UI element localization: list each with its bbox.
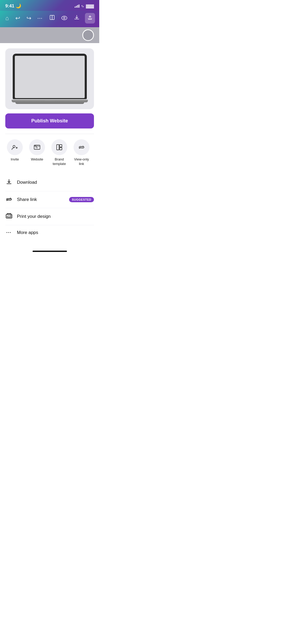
brand-template-label: Brandtemplate xyxy=(53,157,66,166)
redo-button[interactable]: ↪ xyxy=(25,14,32,23)
signal-icon xyxy=(75,4,79,8)
brand-template-icon-circle xyxy=(51,139,67,155)
invite-label: Invite xyxy=(11,157,19,162)
svg-point-4 xyxy=(13,145,15,148)
toolbar: ⌂ ↩ ↪ ••• xyxy=(0,11,99,27)
view-only-link-action[interactable]: View-onlylink xyxy=(72,139,91,166)
more-apps-label: More apps xyxy=(17,230,94,235)
laptop-base: MacBook Pro xyxy=(12,100,88,102)
share-link-icon xyxy=(5,196,13,203)
menu-list: Download Share link SUGGESTED xyxy=(5,174,94,240)
svg-point-2 xyxy=(62,16,67,20)
svg-point-7 xyxy=(35,145,36,146)
actions-row: Invite Website xyxy=(5,139,94,167)
svg-rect-8 xyxy=(57,145,59,150)
view-only-link-icon-circle xyxy=(74,139,89,155)
download-label: Download xyxy=(17,180,94,185)
download-menu-item[interactable]: Download xyxy=(5,174,94,191)
print-icon xyxy=(5,213,13,220)
laptop-screen-outer xyxy=(13,54,87,99)
status-bar: 9:41 🌙 ∿ ▓▓▓ xyxy=(0,0,99,11)
laptop-brand-label: MacBook Pro xyxy=(12,100,88,101)
share-link-label: Share link xyxy=(17,197,65,202)
publish-website-button[interactable]: Publish Website xyxy=(5,113,94,128)
battery-icon: ▓▓▓ xyxy=(86,4,94,8)
website-icon-circle xyxy=(29,139,45,155)
layers-button[interactable] xyxy=(48,13,56,23)
more-apps-menu-item[interactable]: ••• More apps xyxy=(5,225,94,240)
main-content: MacBook Pro Publish Website Invite xyxy=(0,43,99,248)
invite-icon-circle xyxy=(7,139,23,155)
svg-point-3 xyxy=(64,17,65,19)
print-menu-item[interactable]: Print your design xyxy=(5,208,94,225)
brand-template-action[interactable]: Brandtemplate xyxy=(50,139,69,166)
invite-action[interactable]: Invite xyxy=(5,139,24,166)
home-button[interactable]: ⌂ xyxy=(4,14,10,23)
section-divider xyxy=(5,134,94,134)
view-only-link-label: View-onlylink xyxy=(74,157,89,166)
preview-button[interactable] xyxy=(60,14,68,23)
download-button[interactable] xyxy=(73,13,81,23)
share-button[interactable] xyxy=(85,13,95,24)
laptop-illustration: MacBook Pro xyxy=(13,54,87,104)
wifi-icon: ∿ xyxy=(81,4,84,8)
svg-rect-10 xyxy=(60,148,62,150)
status-icons: ∿ ▓▓▓ xyxy=(75,4,94,8)
laptop-screen-inner xyxy=(15,56,85,98)
canvas-preview-area xyxy=(0,27,99,43)
svg-point-6 xyxy=(35,145,35,146)
home-indicator-bar xyxy=(33,251,67,252)
svg-rect-1 xyxy=(52,15,54,20)
print-label: Print your design xyxy=(17,214,94,219)
undo-button[interactable]: ↩ xyxy=(14,14,21,23)
download-icon xyxy=(5,178,13,186)
svg-point-17 xyxy=(11,215,11,216)
svg-rect-0 xyxy=(50,15,52,20)
suggested-badge: SUGGESTED xyxy=(69,197,94,202)
more-options-button[interactable]: ••• xyxy=(37,16,44,21)
more-apps-icon: ••• xyxy=(5,231,13,234)
website-action[interactable]: Website xyxy=(28,139,47,166)
laptop-foot xyxy=(15,102,84,104)
svg-rect-18 xyxy=(7,216,11,217)
share-link-menu-item[interactable]: Share link SUGGESTED xyxy=(5,191,94,208)
website-label: Website xyxy=(31,157,43,162)
home-indicator xyxy=(0,248,99,254)
color-picker-circle[interactable] xyxy=(82,29,94,41)
svg-rect-9 xyxy=(60,145,62,147)
laptop-preview-card: MacBook Pro xyxy=(5,48,94,109)
status-time: 9:41 🌙 xyxy=(5,3,21,9)
